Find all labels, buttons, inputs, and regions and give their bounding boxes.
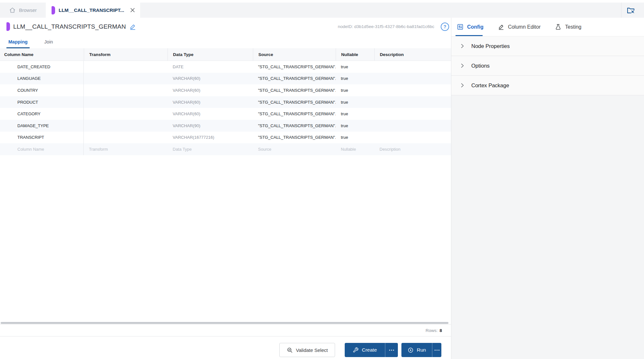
page-title: LLM__CALL_TRANSCRIPTS_GERMAN xyxy=(13,23,126,30)
node-type-pill xyxy=(52,6,55,14)
cell-source[interactable]: "STG_CALL_TRANSCRIPTS_GERMAN"."LAN xyxy=(253,73,336,85)
cell-column-name[interactable]: PRODUCT xyxy=(0,96,84,108)
cell-source[interactable]: "STG_CALL_TRANSCRIPTS_GERMAN"."COU xyxy=(253,84,336,96)
edit-title-icon[interactable] xyxy=(129,23,136,30)
cell-data-type[interactable]: VARCHAR(60) xyxy=(168,73,253,85)
main-content: LLM__CALL_TRANSCRIPTS_GERMAN nodeID: d3b… xyxy=(0,18,451,359)
cell-nullable[interactable]: true xyxy=(336,84,374,96)
cell-transform[interactable] xyxy=(84,132,168,144)
cell-column-name[interactable]: DATE_CREATED xyxy=(0,61,84,73)
cell-data-type[interactable]: VARCHAR(60) xyxy=(168,84,253,96)
panel-tabs: Config Column Editor Testing xyxy=(451,18,644,36)
cell-description[interactable] xyxy=(374,84,451,96)
cell-description[interactable] xyxy=(374,73,451,85)
cell-column-name[interactable]: TRANSCRIPT xyxy=(0,132,84,144)
cell-description[interactable] xyxy=(374,61,451,73)
tab-node-label: LLM__CALL_TRANSCRIPT... xyxy=(59,7,126,13)
cell-data-type[interactable]: VARCHAR(90) xyxy=(168,120,253,132)
section-node-properties[interactable]: Node Properties xyxy=(451,36,644,56)
table-row[interactable]: PRODUCT VARCHAR(60) "STG_CALL_TRANSCRIPT… xyxy=(0,96,451,108)
run-more-options-icon[interactable] xyxy=(432,343,441,357)
cell-source[interactable]: "STG_CALL_TRANSCRIPTS_GERMAN"."PRO xyxy=(253,96,336,108)
cell-transform[interactable] xyxy=(84,120,168,132)
cell-nullable[interactable]: Nullable xyxy=(336,143,374,155)
cell-data-type[interactable]: VARCHAR(16777216) xyxy=(168,132,253,144)
cell-source[interactable]: "STG_CALL_TRANSCRIPTS_GERMAN"."DAT xyxy=(253,61,336,73)
config-sections: Node Properties Options Cortex Package xyxy=(451,36,644,95)
node-id-text: nodeID: d3b1d5ee-31f5-4327-8b6c-ba81fad1… xyxy=(338,24,435,29)
chevron-right-icon xyxy=(459,62,466,69)
tab-column-editor[interactable]: Column Editor xyxy=(498,18,541,36)
table-row[interactable]: TRANSCRIPT VARCHAR(16777216) "STG_CALL_T… xyxy=(0,132,451,144)
cell-data-type[interactable]: Data Type xyxy=(168,143,253,155)
wrench-icon xyxy=(353,347,359,353)
validate-select-label: Validate Select xyxy=(296,347,328,353)
cell-nullable[interactable]: true xyxy=(336,108,374,120)
cell-description[interactable] xyxy=(374,132,451,144)
table-row[interactable]: DATE_CREATED DATE "STG_CALL_TRANSCRIPTS_… xyxy=(0,61,451,73)
table-row[interactable]: CATEGORY VARCHAR(60) "STG_CALL_TRANSCRIP… xyxy=(0,108,451,120)
run-split-button: Run xyxy=(401,343,441,357)
cell-column-name[interactable]: COUNTRY xyxy=(0,84,84,96)
cell-transform[interactable] xyxy=(84,73,168,85)
app-window: Browser LLM__CALL_TRANSCRIPT... LLM__CAL… xyxy=(0,0,644,359)
cell-description[interactable] xyxy=(374,96,451,108)
cell-source[interactable]: "STG_CALL_TRANSCRIPTS_GERMAN"."CAT xyxy=(253,108,336,120)
rows-count-bar: Rows: 8 xyxy=(0,325,451,336)
chevron-right-icon xyxy=(459,43,466,49)
tab-mapping[interactable]: Mapping xyxy=(0,35,36,48)
cell-description[interactable] xyxy=(374,120,451,132)
rows-label: Rows: xyxy=(426,328,438,333)
run-button[interactable]: Run xyxy=(401,343,432,357)
cell-column-name[interactable]: CATEGORY xyxy=(0,108,84,120)
cell-column-name[interactable]: DAMAGE_TYPE xyxy=(0,120,84,132)
tab-testing[interactable]: Testing xyxy=(555,18,582,36)
node-type-pill xyxy=(6,22,10,31)
tab-config-label: Config xyxy=(467,24,484,30)
cell-transform[interactable] xyxy=(84,108,168,120)
cell-data-type[interactable]: DATE xyxy=(168,61,253,73)
cell-description[interactable]: Description xyxy=(374,143,451,155)
cell-nullable[interactable]: true xyxy=(336,96,374,108)
table-row[interactable]: DAMAGE_TYPE VARCHAR(90) "STG_CALL_TRANSC… xyxy=(0,120,451,132)
validate-icon xyxy=(287,347,293,353)
section-options[interactable]: Options xyxy=(451,56,644,76)
cell-transform[interactable] xyxy=(84,61,168,73)
cell-source[interactable]: "STG_CALL_TRANSCRIPTS_GERMAN"."DAM xyxy=(253,120,336,132)
cell-nullable[interactable]: true xyxy=(336,120,374,132)
section-cortex-package[interactable]: Cortex Package xyxy=(451,76,644,95)
tab-config[interactable]: Config xyxy=(457,18,484,36)
column-header-data-type: Data Type xyxy=(168,48,253,61)
column-header-column-name: Column Name xyxy=(0,48,84,61)
cell-column-name[interactable]: Column Name xyxy=(0,143,84,155)
table-row[interactable]: COUNTRY VARCHAR(60) "STG_CALL_TRANSCRIPT… xyxy=(0,84,451,96)
cell-transform[interactable] xyxy=(84,84,168,96)
create-more-options-icon[interactable] xyxy=(385,343,398,357)
cell-description[interactable] xyxy=(374,108,451,120)
horizontal-scrollbar[interactable] xyxy=(1,322,448,324)
validate-select-button[interactable]: Validate Select xyxy=(279,343,335,357)
close-tab-icon[interactable] xyxy=(129,7,136,14)
cell-transform[interactable] xyxy=(84,96,168,108)
tab-join[interactable]: Join xyxy=(36,35,62,48)
cell-nullable[interactable]: true xyxy=(336,132,374,144)
create-button[interactable]: Create xyxy=(345,343,385,357)
cell-nullable[interactable]: true xyxy=(336,61,374,73)
cell-data-type[interactable]: VARCHAR(60) xyxy=(168,96,253,108)
cell-column-name[interactable]: LANGUAGE xyxy=(0,73,84,85)
cell-source[interactable]: Source xyxy=(253,143,336,155)
cell-source[interactable]: "STG_CALL_TRANSCRIPTS_GERMAN"."TRA xyxy=(253,132,336,144)
cell-transform[interactable]: Transform xyxy=(84,143,168,155)
create-label: Create xyxy=(362,347,377,353)
sliders-icon xyxy=(457,24,464,30)
cell-nullable[interactable]: true xyxy=(336,73,374,85)
home-icon xyxy=(9,7,16,14)
help-icon[interactable]: ? xyxy=(441,23,449,31)
cell-data-type[interactable]: VARCHAR(60) xyxy=(168,108,253,120)
close-panel-icon[interactable] xyxy=(625,5,637,16)
tab-browser[interactable]: Browser xyxy=(0,3,46,18)
table-row[interactable]: LANGUAGE VARCHAR(60) "STG_CALL_TRANSCRIP… xyxy=(0,73,451,85)
tab-node-active[interactable]: LLM__CALL_TRANSCRIPT... xyxy=(46,3,140,18)
section-label: Options xyxy=(471,63,490,69)
new-column-placeholder-row[interactable]: Column Name Transform Data Type Source N… xyxy=(0,143,451,155)
